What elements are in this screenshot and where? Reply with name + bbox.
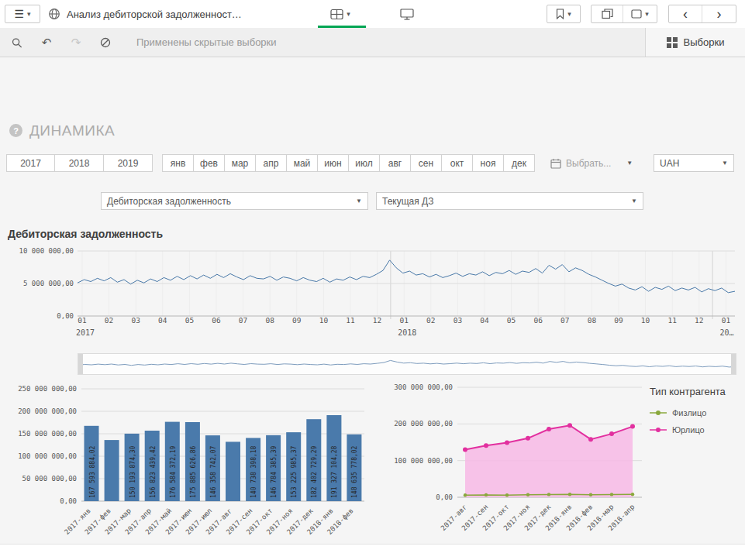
svg-text:20…: 20… — [719, 328, 733, 337]
sheet-list-button[interactable]: ▾ — [623, 5, 657, 22]
legend-item-fizlico[interactable]: Физлицо — [650, 408, 741, 417]
duplicate-sheet-button[interactable] — [592, 5, 623, 22]
top-toolbar: ☰ ▾ Анализ дебиторской задолженност… ▾ — [0, 0, 745, 29]
svg-text:176 584 372,19: 176 584 372,19 — [170, 445, 177, 498]
svg-text:191 327 104,28: 191 327 104,28 — [331, 445, 338, 498]
next-sheet-button[interactable]: › — [702, 5, 736, 22]
selections-forward-button[interactable]: ↷ — [65, 33, 87, 52]
bookmarks-button[interactable]: ▾ — [547, 5, 581, 23]
clear-all-icon — [99, 36, 112, 49]
global-menu-button[interactable]: ☰ ▾ — [5, 5, 40, 23]
svg-text:182 402 729,29: 182 402 729,29 — [311, 445, 318, 498]
smart-search-button[interactable] — [6, 33, 28, 52]
svg-text:02: 02 — [105, 316, 113, 325]
chevron-right-icon: › — [717, 7, 722, 21]
svg-text:200 000 000,00: 200 000 000,00 — [18, 407, 77, 415]
svg-text:02: 02 — [426, 316, 435, 325]
svg-text:140 738 398,18: 140 738 398,18 — [250, 445, 257, 498]
caret-down-icon: ▼ — [722, 160, 728, 167]
presentation-icon — [400, 9, 414, 20]
sheet-canvas: ? ДИНАМИКА 2017 2018 2019 янв фев мар ап… — [0, 57, 745, 544]
clear-selections-button[interactable] — [95, 33, 116, 52]
calendar-icon — [550, 158, 561, 169]
filter-month-dec[interactable]: дек — [503, 154, 535, 172]
filter-year-2019[interactable]: 2019 — [103, 154, 153, 172]
sheet-icon — [631, 9, 642, 19]
filter-month-nov[interactable]: ноя — [472, 154, 504, 172]
legend-item-yurlico[interactable]: Юрлицо — [650, 425, 741, 435]
legend-label: Физлицо — [672, 408, 706, 417]
filter-month-mar[interactable]: мар — [224, 154, 256, 172]
trend-chart-navigator[interactable] — [78, 353, 736, 375]
filter-month-oct[interactable]: окт — [441, 154, 473, 172]
svg-text:0,00: 0,00 — [60, 497, 77, 505]
filter-month-jun[interactable]: июн — [317, 154, 349, 172]
filter-month-feb[interactable]: фев — [193, 154, 225, 172]
legend-label: Юрлицо — [672, 425, 705, 435]
svg-text:11: 11 — [346, 316, 355, 325]
bookmark-icon — [556, 9, 564, 19]
svg-text:07: 07 — [560, 316, 569, 325]
chart-receivables-trend[interactable]: 0102030405060708091011120102030405060708… — [0, 245, 745, 347]
sheet-tools-group: ▾ — [591, 5, 657, 23]
svg-text:07: 07 — [239, 316, 247, 325]
undo-icon: ↶ — [42, 36, 52, 50]
caret-down-icon: ▾ — [567, 11, 571, 18]
sheet-nav-group: ‹ › — [668, 5, 736, 23]
chart-monthly-bars[interactable]: 0,0050 000 000,00100 000 000,00150 000 0… — [0, 380, 371, 545]
help-icon[interactable]: ? — [9, 124, 22, 137]
svg-text:05: 05 — [185, 316, 194, 325]
caret-down-icon: ▾ — [27, 11, 31, 18]
currency-dropdown[interactable]: UAH ▼ — [654, 154, 734, 172]
svg-text:04: 04 — [480, 316, 489, 325]
filter-year-2018[interactable]: 2018 — [54, 154, 104, 172]
section-title: ДИНАМИКА — [29, 122, 115, 139]
legend-title: Тип контрагента — [650, 386, 741, 397]
measure-dropdown[interactable]: Дебиторская задолженность ▼ — [101, 192, 368, 210]
filter-month-jul[interactable]: июл — [348, 154, 380, 172]
filter-year-2017[interactable]: 2017 — [6, 154, 55, 172]
caret-down-icon: ▼ — [356, 198, 362, 204]
chart-by-counterparty[interactable]: 0,00100 000 000,00200 000 000,00300 000 … — [371, 380, 650, 545]
filter-month-sep[interactable]: сен — [410, 154, 442, 172]
svg-text:175 885 626,86: 175 885 626,86 — [190, 445, 197, 498]
search-icon — [11, 36, 23, 50]
svg-text:11: 11 — [667, 316, 677, 325]
filter-month-aug[interactable]: авг — [379, 154, 411, 172]
svg-text:148 635 778,02: 148 635 778,02 — [351, 445, 358, 498]
measure-dropdown-value: Дебиторская задолженность — [107, 196, 231, 207]
svg-text:300 000 000,00: 300 000 000,00 — [394, 383, 453, 391]
sheet-icon — [330, 9, 343, 20]
currency-value: UAH — [660, 158, 679, 169]
svg-text:01: 01 — [399, 316, 409, 325]
selections-tool-button[interactable]: Выборки — [645, 28, 745, 57]
filter-month-may[interactable]: май — [286, 154, 318, 172]
svg-text:01: 01 — [722, 316, 731, 325]
svg-text:04: 04 — [158, 316, 167, 325]
app-title: Анализ дебиторской задолженност… — [67, 9, 242, 20]
caret-down-icon: ▼ — [626, 160, 633, 167]
svg-text:10: 10 — [319, 316, 329, 325]
storytelling-button[interactable] — [395, 5, 419, 23]
selections-label: Выборки — [684, 36, 725, 48]
hamburger-icon: ☰ — [14, 9, 24, 19]
caret-down-icon: ▼ — [631, 198, 637, 204]
filter-month-jan[interactable]: янв — [162, 154, 194, 172]
debt-type-dropdown[interactable]: Текущая ДЗ ▼ — [376, 192, 643, 210]
svg-text:167 593 884,02: 167 593 884,02 — [89, 445, 96, 498]
filter-month-apr[interactable]: апр — [255, 154, 287, 172]
svg-text:150 193 874,30: 150 193 874,30 — [129, 445, 136, 498]
svg-text:12: 12 — [373, 316, 381, 325]
legend-swatch-magenta — [650, 426, 667, 434]
svg-text:50 000 000,00: 50 000 000,00 — [22, 475, 77, 483]
svg-text:250 000 000,00: 250 000 000,00 — [18, 385, 77, 393]
svg-text:06: 06 — [533, 316, 543, 325]
selections-back-button[interactable]: ↶ — [36, 33, 57, 52]
svg-text:05: 05 — [507, 316, 516, 325]
sheets-button[interactable]: ▾ — [322, 5, 358, 23]
debt-type-dropdown-value: Текущая ДЗ — [382, 196, 433, 207]
svg-text:0,00: 0,00 — [436, 493, 453, 501]
prev-sheet-button[interactable]: ‹ — [669, 5, 702, 22]
svg-text:06: 06 — [212, 316, 221, 325]
date-picker[interactable]: Выбрать... ▼ — [550, 154, 636, 172]
